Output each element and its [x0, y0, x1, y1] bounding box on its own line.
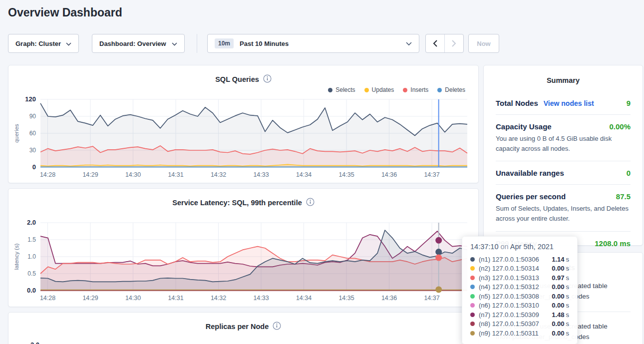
overview-dashboard-page: Overview Dashboard Graph: Cluster Dashbo…	[0, 0, 644, 344]
node-dot-icon	[470, 303, 475, 308]
now-button-label: Now	[477, 40, 490, 47]
chart-hover-tooltip: 14:37:10 on Apr 5th, 2021 (n1) 127.0.0.1…	[462, 236, 578, 344]
info-icon[interactable]	[263, 74, 272, 84]
chart-title: Service Latency: SQL, 99th percentile	[172, 199, 302, 207]
chevron-down-icon	[66, 40, 71, 47]
node-dot-icon	[470, 331, 475, 336]
svg-text:14:30: 14:30	[125, 295, 141, 302]
divider	[496, 114, 631, 115]
time-range-dropdown[interactable]: 10m Past 10 Minutes	[207, 34, 419, 53]
queries-per-second-value: 87.5	[616, 192, 631, 201]
svg-text:14:32: 14:32	[211, 295, 226, 302]
svg-text:14:31: 14:31	[168, 295, 183, 302]
legend-item-selects[interactable]: Selects	[328, 86, 355, 93]
tooltip-row-n3: (n3) 127.0.0.1:50313 0.97 s	[470, 273, 569, 283]
chart-title: SQL Queries	[215, 75, 259, 83]
graph-dropdown[interactable]: Graph: Cluster	[8, 34, 79, 53]
time-range-badge: 10m	[215, 38, 234, 48]
tooltip-row-n6: (n6) 127.0.0.1:50310 0.00 s	[470, 301, 569, 311]
svg-text:14:34: 14:34	[296, 295, 312, 302]
tooltip-row-n1: (n1) 127.0.0.1:50306 1.14 s	[470, 255, 569, 264]
node-dot-icon	[470, 266, 475, 271]
tooltip-timestamp: 14:37:10 on Apr 5th, 2021	[470, 243, 569, 251]
queries-per-second-description: Sum of Selects, Updates, Inserts, and De…	[496, 204, 631, 224]
p99-latency-value: 1208.0 ms	[595, 239, 631, 248]
sql-queries-legend: Selects Updates Inserts Deletes	[328, 86, 465, 93]
svg-text:0: 0	[32, 163, 36, 171]
legend-item-updates[interactable]: Updates	[364, 86, 394, 93]
replicas-title-row: Replicas per Node	[8, 322, 478, 332]
replicas-per-node-card: Replicas per Node 2.0	[8, 312, 479, 344]
capacity-usage-description: You are using 0 B of 4.5 GiB usable disk…	[496, 134, 631, 154]
node-dot-icon	[470, 313, 475, 317]
service-latency-title-row: Service Latency: SQL, 99th percentile	[8, 198, 478, 208]
svg-text:14:31: 14:31	[168, 171, 183, 178]
dashboard-dropdown[interactable]: Dashboard: Overview	[92, 34, 185, 53]
node-dot-icon	[470, 322, 475, 326]
svg-text:14:35: 14:35	[338, 171, 354, 178]
svg-text:0.5: 0.5	[27, 270, 36, 277]
svg-text:14:36: 14:36	[381, 171, 397, 178]
next-time-button[interactable]	[445, 34, 463, 52]
chevron-down-icon	[172, 40, 177, 47]
tooltip-row-n4: (n4) 127.0.0.1:50312 0.00 s	[470, 283, 569, 292]
updates-dot-icon	[364, 88, 369, 92]
node-dot-icon	[470, 276, 475, 280]
svg-text:90: 90	[29, 113, 36, 120]
time-step-buttons	[425, 34, 464, 53]
previous-time-button[interactable]	[426, 34, 445, 52]
legend-item-inserts[interactable]: Inserts	[403, 86, 428, 93]
tooltip-row-n7: (n7) 127.0.0.1:50309 1.48 s	[470, 310, 569, 320]
unavailable-ranges-label: Unavailable ranges	[496, 169, 564, 177]
svg-text:0.0: 0.0	[27, 287, 36, 294]
legend-item-deletes[interactable]: Deletes	[437, 86, 465, 93]
svg-text:14:37: 14:37	[424, 171, 439, 178]
svg-text:14:36: 14:36	[381, 295, 397, 302]
node-dot-icon	[470, 257, 475, 262]
capacity-usage-label: Capacity Usage	[496, 122, 552, 131]
svg-text:1.5: 1.5	[27, 236, 36, 243]
page-title: Overview Dashboard	[8, 6, 122, 19]
svg-text:14:33: 14:33	[253, 295, 269, 302]
svg-text:14:28: 14:28	[40, 295, 55, 302]
selects-dot-icon	[328, 88, 332, 92]
capacity-usage-value: 0.00%	[609, 122, 631, 131]
unavailable-ranges-row: Unavailable ranges 0	[496, 169, 631, 177]
svg-text:120: 120	[25, 95, 36, 103]
svg-text:14:33: 14:33	[253, 171, 269, 178]
chevron-down-icon	[406, 40, 412, 47]
svg-text:14:37: 14:37	[424, 295, 439, 302]
summary-panel: Summary Total Nodes View nodes list 9 Ca…	[483, 65, 643, 246]
svg-text:30: 30	[29, 147, 36, 154]
info-icon[interactable]	[306, 198, 315, 208]
now-button[interactable]: Now	[468, 34, 499, 53]
service-latency-chart[interactable]: 0.00.51.01.52.014:2814:2914:3014:3114:32…	[8, 218, 479, 304]
tooltip-row-n2: (n2) 127.0.0.1:50314 0.00 s	[470, 264, 569, 274]
svg-text:14:32: 14:32	[211, 171, 226, 178]
view-nodes-list-link[interactable]: View nodes list	[544, 99, 594, 107]
divider	[496, 161, 631, 161]
total-nodes-row: Total Nodes View nodes list 9	[496, 99, 631, 107]
tooltip-row-n5: (n5) 127.0.0.1:50308 0.00 s	[470, 292, 569, 301]
svg-text:14:34: 14:34	[296, 171, 312, 178]
replicas-ymax-label: 2.0	[30, 341, 39, 344]
svg-text:14:30: 14:30	[125, 171, 141, 178]
node-dot-icon	[470, 294, 475, 299]
sql-queries-card: SQL Queries Selects Updates Inserts Dele…	[8, 65, 479, 183]
svg-text:2.0: 2.0	[27, 219, 36, 226]
tooltip-row-n9: (n9) 127.0.0.1:50311 0.00 s	[470, 329, 569, 338]
svg-text:latency (s): latency (s)	[13, 243, 19, 270]
svg-text:14:28: 14:28	[40, 171, 55, 178]
summary-header: Summary	[496, 76, 631, 84]
sql-queries-title-row: SQL Queries	[8, 74, 478, 84]
tooltip-row-n8: (n8) 127.0.0.1:50307 0.00 s	[470, 320, 569, 329]
service-latency-card: Service Latency: SQL, 99th percentile 0.…	[8, 188, 479, 307]
queries-per-second-label: Queries per second	[496, 192, 566, 201]
divider	[496, 184, 631, 185]
graph-dropdown-label: Graph: Cluster	[15, 40, 61, 47]
deletes-dot-icon	[437, 88, 442, 92]
total-nodes-value: 9	[627, 99, 631, 107]
chart-title: Replicas per Node	[206, 323, 269, 331]
info-icon[interactable]	[273, 322, 281, 332]
sql-queries-chart[interactable]: 030609012014:2814:2914:3014:3114:3214:33…	[8, 94, 479, 180]
